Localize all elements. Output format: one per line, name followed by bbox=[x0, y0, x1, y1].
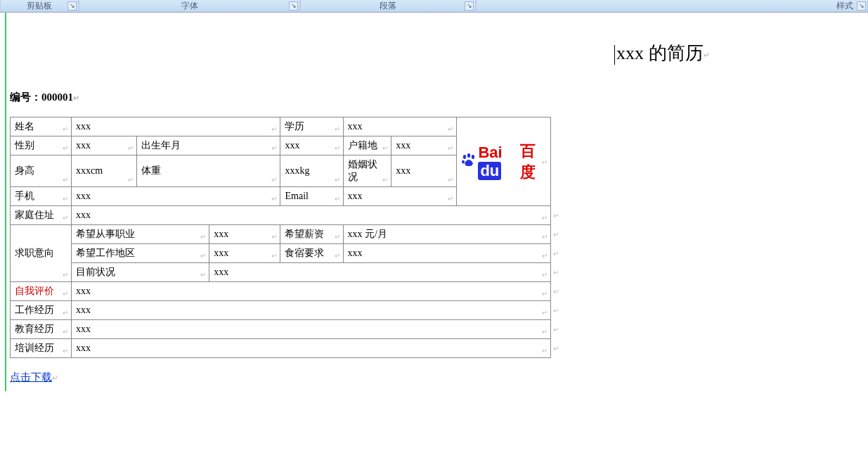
value-name[interactable]: xxx↵ bbox=[72, 117, 280, 136]
paragraph-mark-icon: ↵ bbox=[52, 374, 58, 382]
svg-point-0 bbox=[463, 155, 466, 159]
ribbon-label-font: 字体 bbox=[181, 0, 198, 12]
value-work-exp[interactable]: xxx↵↵ bbox=[72, 301, 551, 320]
resume-table[interactable]: 姓名↵ xxx↵ 学历↵ xxx↵ Baidu百度 bbox=[10, 117, 551, 358]
label-train-exp: 培训经历↵ bbox=[11, 339, 72, 358]
dialog-launcher-icon[interactable]: ↘ bbox=[289, 1, 298, 11]
value-cur-status[interactable]: xxx↵↵ bbox=[209, 263, 551, 282]
dialog-launcher-icon[interactable]: ↘ bbox=[465, 1, 474, 11]
document-title[interactable]: xxx 的简历↵ bbox=[614, 41, 861, 65]
label-email: Email↵ bbox=[280, 187, 343, 206]
baidu-logo: Baidu百度 bbox=[461, 120, 546, 203]
paragraph-mark-icon: ↵ bbox=[704, 51, 710, 59]
label-job-intent: 求职意向↵ bbox=[11, 225, 72, 282]
value-gender[interactable]: xxx↵ bbox=[72, 136, 137, 155]
ribbon-label-paragraph: 段落 bbox=[380, 0, 396, 12]
dialog-launcher-icon[interactable]: ↘ bbox=[857, 1, 866, 11]
table-row: 目前状况↵ xxx↵↵ bbox=[11, 263, 551, 282]
paragraph-mark-icon: ↵ bbox=[73, 94, 79, 102]
label-addr: 家庭住址↵ bbox=[11, 206, 72, 225]
serial-label: 编号： bbox=[10, 91, 41, 103]
ribbon-group-styles[interactable]: 样式 ↘ bbox=[476, 0, 868, 12]
svg-point-3 bbox=[462, 160, 465, 163]
ribbon-label-clipboard: 剪贴板 bbox=[27, 0, 52, 12]
ribbon-bar: 剪贴板 ↘ 字体 ↘ 段落 ↘ 样式 ↘ bbox=[0, 0, 868, 13]
ribbon-group-clipboard[interactable]: 剪贴板 ↘ bbox=[0, 0, 79, 12]
table-row: 求职意向↵ 希望从事职业↵ xxx↵ 希望薪资↵ xxx 元/月↵↵ bbox=[11, 225, 551, 244]
value-phone[interactable]: xxx↵ bbox=[72, 187, 280, 206]
download-line: 点击下载↵ bbox=[10, 371, 861, 384]
value-addr[interactable]: xxx↵↵ bbox=[72, 206, 551, 225]
label-phone: 手机↵ bbox=[11, 187, 72, 206]
title-text: xxx 的简历 bbox=[616, 43, 704, 63]
svg-point-1 bbox=[467, 153, 470, 158]
value-desired-salary[interactable]: xxx 元/月↵↵ bbox=[343, 225, 550, 244]
document-page[interactable]: xxx 的简历↵ 编号：000001↵ 姓名↵ xxx↵ 学历↵ xxx↵ bbox=[0, 13, 868, 391]
paw-icon bbox=[461, 153, 477, 168]
value-height[interactable]: xxxcm↵ bbox=[72, 155, 137, 187]
label-name: 姓名↵ bbox=[11, 117, 72, 136]
value-birth[interactable]: xxx↵ bbox=[280, 136, 343, 155]
label-height: 身高↵ bbox=[11, 155, 72, 187]
ribbon-group-font[interactable]: 字体 ↘ bbox=[79, 0, 300, 12]
value-email[interactable]: xxx↵ bbox=[343, 187, 457, 206]
ribbon-group-paragraph[interactable]: 段落 ↘ bbox=[300, 0, 476, 12]
value-board[interactable]: xxx↵↵ bbox=[343, 244, 550, 263]
label-desired-area: 希望工作地区↵ bbox=[72, 244, 209, 263]
label-marriage: 婚姻状况↵ bbox=[343, 155, 391, 187]
table-row: 工作经历↵ xxx↵↵ bbox=[11, 301, 551, 320]
table-row: 教育经历↵ xxx↵↵ bbox=[11, 320, 551, 339]
text-cursor bbox=[614, 45, 615, 65]
table-row: 希望工作地区↵ xxx↵ 食宿要求↵ xxx↵↵ bbox=[11, 244, 551, 263]
label-edu: 学历↵ bbox=[280, 117, 343, 136]
value-edu[interactable]: xxx↵ bbox=[343, 117, 457, 136]
table-row: 家庭住址↵ xxx↵↵ bbox=[11, 206, 551, 225]
label-weight: 体重↵ bbox=[137, 155, 280, 187]
table-row: 培训经历↵ xxx↵↵ bbox=[11, 339, 551, 358]
dialog-launcher-icon[interactable]: ↘ bbox=[67, 1, 77, 11]
value-train-exp[interactable]: xxx↵↵ bbox=[72, 339, 551, 358]
label-self-eval: 自我评价↵ bbox=[11, 282, 72, 301]
value-self-eval[interactable]: xxx↵↵ bbox=[72, 282, 551, 301]
value-weight[interactable]: xxxkg↵ bbox=[280, 155, 343, 187]
download-link[interactable]: 点击下载 bbox=[10, 371, 52, 383]
value-desired-job[interactable]: xxx↵ bbox=[209, 225, 280, 244]
value-edu-exp[interactable]: xxx↵↵ bbox=[72, 320, 551, 339]
serial-value: 000001 bbox=[41, 91, 73, 103]
label-board: 食宿要求↵ bbox=[280, 244, 343, 263]
svg-point-2 bbox=[472, 155, 474, 159]
label-cur-status: 目前状况↵ bbox=[72, 263, 209, 282]
label-desired-job: 希望从事职业↵ bbox=[72, 225, 209, 244]
serial-number-line[interactable]: 编号：000001↵ bbox=[10, 91, 861, 104]
label-gender: 性别↵ bbox=[11, 136, 72, 155]
label-hukou: 户籍地↵ bbox=[343, 136, 391, 155]
table-row: 姓名↵ xxx↵ 学历↵ xxx↵ Baidu百度 bbox=[11, 117, 551, 136]
value-marriage[interactable]: xxx↵ bbox=[391, 155, 457, 187]
value-hukou[interactable]: xxx↵ bbox=[391, 136, 457, 155]
label-edu-exp: 教育经历↵ bbox=[11, 320, 72, 339]
table-row: 自我评价↵ xxx↵↵ bbox=[11, 282, 551, 301]
photo-cell[interactable]: Baidu百度 ↵ bbox=[457, 117, 551, 206]
label-desired-salary: 希望薪资↵ bbox=[280, 225, 343, 244]
value-desired-area[interactable]: xxx↵ bbox=[209, 244, 280, 263]
label-birth: 出生年月↵ bbox=[137, 136, 280, 155]
left-margin-guide bbox=[5, 13, 6, 391]
ribbon-label-styles: 样式 bbox=[836, 0, 853, 12]
label-work-exp: 工作经历↵ bbox=[11, 301, 72, 320]
